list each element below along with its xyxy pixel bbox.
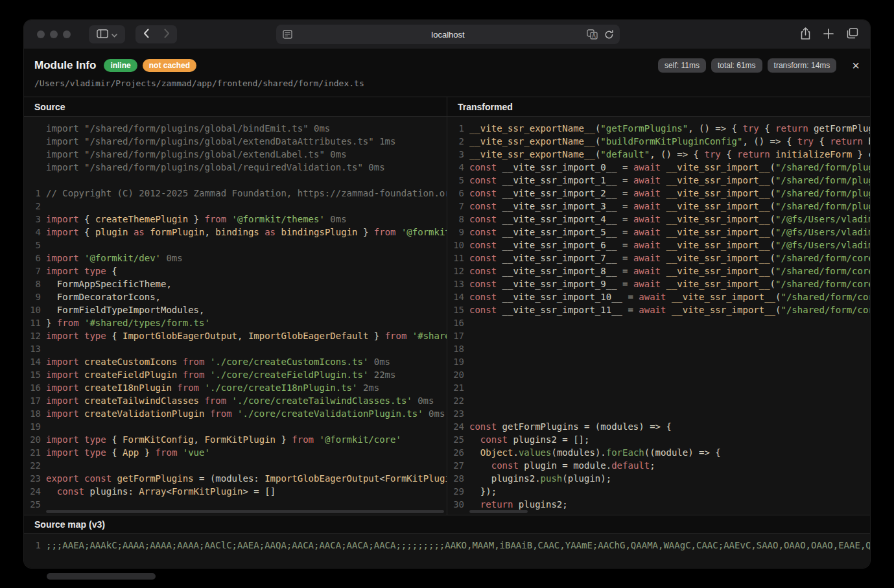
code-line: import "/shared/form/plugins/global/requ… (24, 161, 447, 174)
code-line: 5const __vite_ssr_import_1__ = await __v… (447, 174, 870, 187)
window-controls (37, 30, 71, 38)
tab-overview-button[interactable] (846, 28, 858, 41)
code-line: 15const __vite_ssr_import_11__ = await _… (447, 303, 870, 316)
code-line: 4const __vite_ssr_import_0__ = await __v… (447, 161, 870, 174)
code-line: 6const __vite_ssr_import_2__ = await __v… (447, 187, 870, 200)
transformed-horizontal-scrollbar[interactable] (469, 510, 528, 513)
code-line: 23export const getFormPlugins = (modules… (24, 472, 447, 485)
source-horizontal-scrollbar[interactable] (46, 510, 444, 513)
code-line: 6import '@formkit/dev' 0ms (24, 252, 447, 265)
url-text: localhost (431, 30, 464, 40)
code-line: import "/shared/form/plugins/global/exte… (24, 135, 447, 148)
sourcemap-panel[interactable]: 1;;;AAEA;AAAkC;AAAA;AAAA;AAAA;AAClC;AAEA… (24, 534, 870, 568)
code-line: 26 Object.values(modules).forEach((modul… (447, 446, 870, 459)
chevron-right-icon (164, 29, 170, 40)
code-line: 11const __vite_ssr_import_7__ = await __… (447, 252, 870, 265)
back-button[interactable] (135, 25, 156, 43)
code-line: 10 FormFieldTypeImportModules, (24, 303, 447, 316)
code-line: 21 (447, 381, 870, 394)
code-line: import "/shared/form/plugins/global/exte… (24, 148, 447, 161)
address-bar[interactable]: localhost A (276, 25, 620, 44)
new-tab-button[interactable] (823, 29, 834, 41)
share-button[interactable] (800, 27, 811, 42)
code-line: 9const __vite_ssr_import_5__ = await __v… (447, 226, 870, 239)
page-title: Module Info (34, 59, 96, 72)
code-line: 12const __vite_ssr_import_8__ = await __… (447, 265, 870, 277)
metric-pill: self: 11ms (658, 58, 706, 73)
chevron-down-icon (112, 30, 117, 40)
timing-metrics: self: 11mstotal: 61mstransform: 14ms (658, 58, 836, 73)
source-panel[interactable]: import "/shared/form/plugins/global/bind… (24, 117, 447, 515)
code-line: 10const __vite_ssr_import_6__ = await __… (447, 239, 870, 252)
chevron-left-icon (143, 29, 149, 40)
svg-text:A: A (592, 33, 596, 39)
code-line: 19 (447, 355, 870, 368)
reload-button[interactable] (604, 30, 614, 41)
code-line: 21import type { App } from 'vue' (24, 446, 447, 459)
code-line: 3import { createThemePlugin } from '@for… (24, 213, 447, 226)
code-line: 7const __vite_ssr_import_3__ = await __v… (447, 200, 870, 213)
desktop-background: localhost A (0, 0, 894, 588)
metric-pill: transform: 14ms (768, 58, 837, 73)
code-line: 9 FormDecoratorIcons, (24, 290, 447, 303)
code-line: 28 plugins2.push(plugin); (447, 472, 870, 485)
code-line: 15import createFieldPlugin from './core/… (24, 368, 447, 381)
code-line: 1;;;AAEA;AAAkC;AAAA;AAAA;AAAA;AAClC;AAEA… (24, 539, 870, 552)
code-line: 2 (24, 200, 447, 213)
browser-window: localhost A (23, 19, 871, 569)
code-line: 27 const plugin = module.default; (447, 459, 870, 472)
code-line: 22 (24, 459, 447, 472)
forward-button[interactable] (156, 25, 177, 43)
code-line: 14const __vite_ssr_import_10__ = await _… (447, 290, 870, 303)
code-area: import "/shared/form/plugins/global/bind… (24, 117, 870, 515)
browser-toolbar: localhost A (24, 20, 870, 49)
zoom-window-button[interactable] (63, 30, 71, 38)
code-line: 29 }); (447, 485, 870, 498)
code-line: 8const __vite_ssr_import_4__ = await __v… (447, 213, 870, 226)
toolbar-right-actions (800, 25, 858, 43)
transformed-code: 1__vite_ssr_exportName__("getFormPlugins… (447, 122, 870, 511)
minimize-window-button[interactable] (50, 30, 58, 38)
close-window-button[interactable] (37, 30, 45, 38)
sidebar-icon (97, 29, 108, 40)
transformed-panel-title: Transformed (447, 97, 870, 116)
sourcemap-title: Source map (v3) (24, 515, 870, 534)
panel-headers: Source Transformed (24, 97, 870, 117)
code-line: 23 (447, 407, 870, 420)
code-line: 2__vite_ssr_exportName__("buildFormKitPl… (447, 135, 870, 148)
translate-button[interactable]: A (587, 29, 598, 41)
code-line: 1// Copyright (C) 2012-2025 Zammad Found… (24, 187, 447, 200)
page-settings-icon[interactable] (283, 30, 292, 39)
code-line: 20 (447, 368, 870, 381)
navigation-buttons (135, 25, 177, 43)
code-line: 24 const plugins: Array<FormKitPlugin> =… (24, 485, 447, 498)
sourcemap-horizontal-scrollbar[interactable] (47, 573, 156, 580)
code-line: 18import createValidationPlugin from './… (24, 407, 447, 420)
code-line: 11} from '#shared/types/form.ts' (24, 316, 447, 329)
code-line: 30 return plugins2; (447, 498, 870, 511)
code-line: 13const __vite_ssr_import_9__ = await __… (447, 277, 870, 290)
code-line: 17import createTailwindClasses from './c… (24, 394, 447, 407)
code-line: 13 (24, 342, 447, 355)
code-line: 5 (24, 239, 447, 252)
share-icon (800, 27, 811, 42)
code-line: 18 (447, 342, 870, 355)
code-line: 12import type { ImportGlobEagerOutput, I… (24, 329, 447, 342)
plus-icon (823, 29, 834, 41)
reload-icon (604, 30, 614, 41)
translate-icon: A (587, 29, 598, 41)
module-info-header: Module Info inlinenot cached self: 11mst… (24, 49, 870, 97)
tabs-icon (846, 28, 858, 41)
code-line: 16 (447, 316, 870, 329)
sourcemap-code: 1;;;AAEA;AAAkC;AAAA;AAAA;AAAA;AAClC;AAEA… (24, 539, 870, 552)
code-line: 16import createI18nPlugin from './core/c… (24, 381, 447, 394)
status-badges: inlinenot cached (104, 59, 196, 72)
code-line: 17 (447, 329, 870, 342)
transformed-panel[interactable]: 1__vite_ssr_exportName__("getFormPlugins… (447, 117, 870, 515)
source-code: import "/shared/form/plugins/global/bind… (24, 122, 447, 511)
status-badge: not cached (143, 59, 196, 72)
sidebar-toggle-button[interactable] (89, 25, 125, 43)
code-line: 20import type { FormKitConfig, FormKitPl… (24, 433, 447, 446)
close-button[interactable]: × (852, 59, 860, 72)
file-path: /Users/vladimir/Projects/zammad/app/fron… (34, 78, 860, 97)
